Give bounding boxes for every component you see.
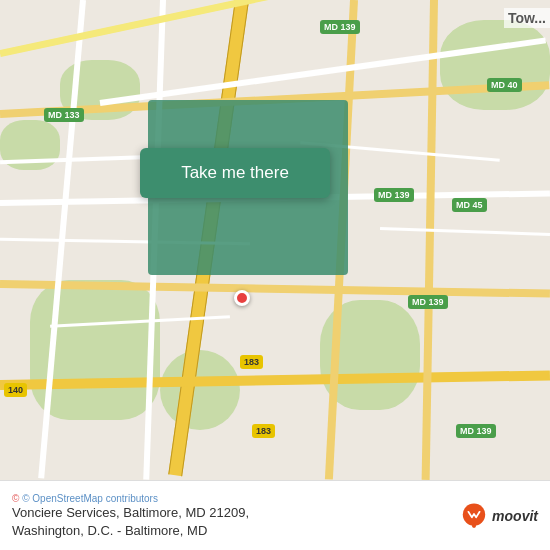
badge-140: 140 — [4, 383, 27, 397]
osm-link[interactable]: © OpenStreetMap contributors — [22, 493, 158, 504]
map-container: MD 139 MD 133 MD 40 MD 45 MD 139 MD 139 … — [0, 0, 550, 480]
badge-md45: MD 45 — [452, 198, 487, 212]
moovit-logo[interactable]: moovit — [460, 502, 538, 530]
address-line1: Vonciere Services, Baltimore, MD 21209, — [12, 504, 249, 522]
take-me-there-button[interactable]: Take me there — [140, 148, 330, 198]
green-area-6 — [440, 20, 550, 110]
green-area-3 — [160, 350, 240, 430]
town-label: Tow... — [504, 8, 550, 28]
svg-point-1 — [472, 523, 476, 527]
badge-md139-low: MD 139 — [408, 295, 448, 309]
badge-md40: MD 40 — [487, 78, 522, 92]
map-pin — [234, 290, 250, 306]
badge-183-mid: 183 — [240, 355, 263, 369]
badge-md133: MD 133 — [44, 108, 84, 122]
moovit-text: moovit — [492, 508, 538, 524]
badge-183-bottom: 183 — [252, 424, 275, 438]
osm-copyright-symbol: © — [12, 493, 19, 504]
badge-md139-bottom: MD 139 — [456, 424, 496, 438]
bottom-bar: © © OpenStreetMap contributors Vonciere … — [0, 480, 550, 550]
badge-md139-mid: MD 139 — [374, 188, 414, 202]
address-text: Vonciere Services, Baltimore, MD 21209, … — [12, 504, 249, 540]
address-line2: Washington, D.C. - Baltimore, MD — [12, 522, 249, 540]
badge-md139-top: MD 139 — [320, 20, 360, 34]
osm-attribution: © © OpenStreetMap contributors — [12, 493, 249, 504]
moovit-icon-svg — [460, 502, 488, 530]
bottom-bar-left: © © OpenStreetMap contributors Vonciere … — [12, 491, 249, 540]
